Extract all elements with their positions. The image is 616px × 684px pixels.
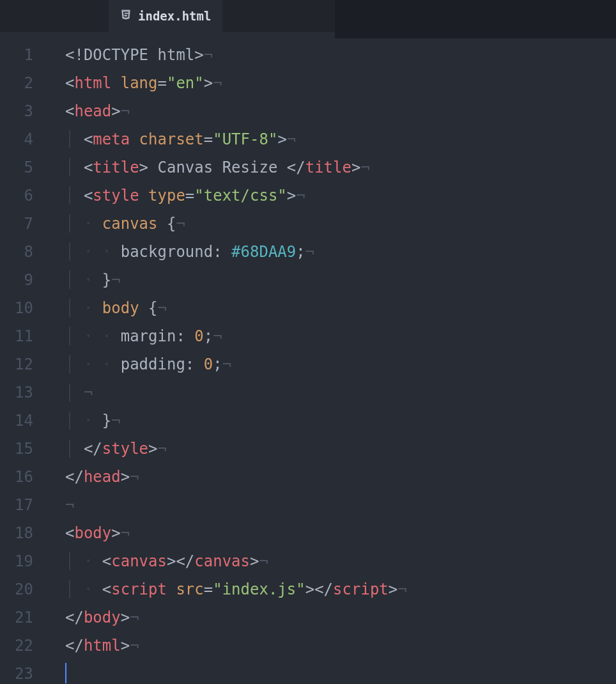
code-line[interactable]: <!DOCTYPE html>¬ — [65, 41, 407, 69]
token-doctype: DOCTYPE html — [84, 46, 194, 64]
token-attr: lang — [121, 74, 158, 92]
eol-marker: ¬ — [158, 440, 167, 458]
code-line[interactable]: ¬ — [65, 491, 407, 519]
eol-marker: ¬ — [296, 187, 305, 205]
indent-guide: │ · — [65, 412, 102, 430]
code-line[interactable]: │ · }¬ — [65, 407, 407, 435]
eol-marker: ¬ — [222, 355, 231, 373]
token-punct: : — [176, 327, 194, 345]
token-punct: > — [351, 159, 360, 176]
token-prop: margin — [121, 327, 176, 345]
text-cursor — [65, 663, 66, 683]
token-punct: ; — [204, 327, 213, 345]
code-line[interactable]: │ · <canvas></canvas>¬ — [65, 547, 407, 575]
token-punct: : — [185, 355, 204, 373]
eol-marker: ¬ — [65, 496, 74, 514]
eol-marker: ¬ — [360, 159, 369, 176]
line-number: 4 — [0, 125, 40, 153]
code-line[interactable]: │ <meta charset="UTF-8">¬ — [65, 125, 407, 153]
code-line[interactable]: │ <style type="text/css">¬ — [65, 182, 407, 210]
line-number: 20 — [0, 575, 40, 603]
indent-guide: │ — [65, 187, 84, 205]
eol-marker: ¬ — [111, 271, 120, 289]
eol-marker: ¬ — [121, 524, 130, 542]
code-line[interactable]: │ </style>¬ — [65, 435, 407, 463]
token-punct: > — [277, 130, 286, 148]
code-line[interactable]: │ · · background: #68DAA9;¬ — [65, 238, 407, 266]
token-punct: } — [102, 271, 111, 289]
line-number: 14 — [0, 407, 40, 435]
line-number: 7 — [0, 210, 40, 238]
token-punct: </ — [287, 159, 305, 176]
code-line[interactable]: <head>¬ — [65, 97, 407, 125]
token-str: "en" — [167, 74, 204, 92]
line-number-gutter: 1234567891011121314151617181920212223 — [0, 32, 40, 684]
line-number: 19 — [0, 547, 40, 575]
code-editor[interactable]: 1234567891011121314151617181920212223 <!… — [0, 32, 616, 684]
code-line[interactable]: │ <title> Canvas Resize </title>¬ — [65, 153, 407, 182]
token-punct: ></ — [167, 552, 194, 570]
token-punct: ></ — [305, 580, 333, 598]
token-punct: < — [84, 159, 93, 176]
line-number: 16 — [0, 463, 40, 491]
token-tagname: body — [84, 609, 121, 626]
eol-marker: ¬ — [84, 384, 93, 401]
token-tagname: meta — [93, 130, 130, 148]
indent-guide: │ · — [65, 299, 102, 317]
token-punct: </ — [65, 637, 84, 655]
indent-guide: │ · · — [65, 243, 121, 261]
code-line[interactable]: │ · <script src="index.js"></script>¬ — [65, 575, 407, 603]
token-punct: < — [65, 524, 74, 542]
token-punct: > — [148, 440, 157, 458]
code-line[interactable]: │ · }¬ — [65, 266, 407, 294]
line-number: 17 — [0, 491, 40, 519]
line-number: 3 — [0, 97, 40, 125]
code-line[interactable]: <html lang="en">¬ — [65, 69, 407, 97]
token-punct: < — [102, 580, 111, 598]
code-line[interactable]: │ · canvas {¬ — [65, 210, 407, 238]
eol-marker: ¬ — [130, 468, 139, 486]
line-number: 21 — [0, 603, 40, 632]
token-num: 0 — [194, 327, 203, 345]
token-punct: = — [204, 130, 213, 148]
line-number: 5 — [0, 153, 40, 182]
token-punct: > — [111, 102, 120, 120]
file-tab[interactable]: index.html — [109, 0, 222, 32]
code-line[interactable] — [65, 660, 407, 684]
eol-marker: ¬ — [213, 327, 222, 345]
code-content[interactable]: <!DOCTYPE html>¬<html lang="en">¬<head>¬… — [40, 32, 407, 684]
token-punct: > — [389, 580, 397, 598]
code-line[interactable]: │ ¬ — [65, 378, 407, 407]
code-line[interactable]: </body>¬ — [65, 603, 407, 632]
indent-guide: │ · — [65, 215, 102, 233]
code-line[interactable]: </html>¬ — [65, 632, 407, 660]
token-tagname: canvas — [194, 552, 250, 570]
indent-guide: │ — [65, 130, 84, 148]
token-sel: canvas — [102, 215, 158, 233]
line-number: 10 — [0, 294, 40, 322]
token-punct: > — [287, 187, 296, 205]
line-number: 1 — [0, 41, 40, 69]
token-tagname: script — [333, 580, 389, 598]
line-number: 12 — [0, 350, 40, 378]
eol-marker: ¬ — [158, 299, 167, 317]
token-tagname: head — [74, 102, 111, 120]
code-line[interactable]: │ · · margin: 0;¬ — [65, 322, 407, 350]
code-line[interactable]: </head>¬ — [65, 463, 407, 491]
eol-marker: ¬ — [204, 46, 213, 64]
token-tagname: style — [102, 440, 148, 458]
token-str: "UTF-8" — [213, 130, 277, 148]
token-text — [139, 187, 148, 205]
code-line[interactable]: │ · body {¬ — [65, 294, 407, 322]
token-num: 0 — [204, 355, 213, 373]
indent-guide: │ · · — [65, 327, 121, 345]
token-str: "index.js" — [213, 580, 305, 598]
token-sel: body — [102, 299, 139, 317]
code-line[interactable]: │ · · padding: 0;¬ — [65, 350, 407, 378]
code-line[interactable]: <body>¬ — [65, 519, 407, 547]
token-punct: > — [139, 159, 148, 176]
token-attr: type — [148, 187, 185, 205]
token-punct: < — [84, 130, 93, 148]
token-punct: { — [158, 215, 176, 233]
token-tagname: html — [84, 637, 121, 655]
